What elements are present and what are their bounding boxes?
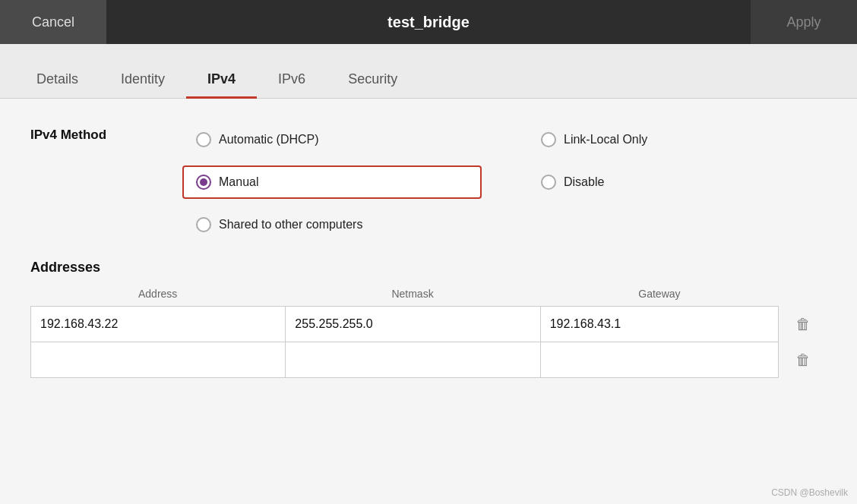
delete-row-1-button[interactable]: 🗑 — [789, 310, 817, 339]
method-manual-label: Manual — [219, 175, 258, 189]
radio-auto-dhcp — [196, 132, 211, 147]
table-row: 🗑 — [30, 342, 827, 378]
address-cell-2 — [30, 342, 285, 378]
tab-identity[interactable]: Identity — [100, 71, 186, 99]
netmask-input-1[interactable] — [286, 307, 539, 342]
table-row: 🗑 — [30, 306, 827, 342]
gateway-input-1[interactable] — [541, 307, 778, 342]
tab-ipv4[interactable]: IPv4 — [186, 71, 257, 99]
radio-link-local — [541, 132, 556, 147]
method-disable[interactable]: Disable — [527, 165, 827, 199]
method-shared-label: Shared to other computers — [219, 218, 362, 232]
method-options: Automatic (DHCP) Link-Local Only Manual … — [182, 123, 827, 241]
addresses-section: Addresses Address Netmask Gateway — [30, 260, 827, 378]
tab-security[interactable]: Security — [327, 71, 419, 99]
method-auto-dhcp[interactable]: Automatic (DHCP) — [182, 123, 482, 156]
watermark: CSDN @Boshevilk — [771, 487, 848, 498]
addresses-label: Addresses — [30, 260, 827, 276]
netmask-input-2[interactable] — [286, 342, 539, 377]
netmask-cell-2 — [285, 342, 539, 378]
col-header-netmask: Netmask — [285, 285, 539, 306]
method-shared[interactable]: Shared to other computers — [182, 208, 482, 241]
window-title: test_bridge — [106, 14, 751, 31]
apply-button[interactable]: Apply — [751, 0, 857, 44]
radio-shared — [196, 217, 211, 232]
content-area: IPv4 Method Automatic (DHCP) Link-Local … — [0, 99, 857, 504]
address-input-2[interactable] — [31, 342, 285, 377]
method-manual[interactable]: Manual — [182, 165, 482, 199]
gateway-cell-1 — [540, 306, 779, 342]
tab-ipv6[interactable]: IPv6 — [257, 71, 327, 99]
ipv4-method-label: IPv4 Method — [30, 123, 182, 143]
method-disable-label: Disable — [564, 175, 604, 189]
radio-manual — [196, 175, 211, 190]
tab-bar: Details Identity IPv4 IPv6 Security — [0, 44, 857, 99]
cancel-button[interactable]: Cancel — [0, 0, 106, 44]
ipv4-method-row: IPv4 Method Automatic (DHCP) Link-Local … — [30, 123, 827, 241]
method-auto-dhcp-label: Automatic (DHCP) — [219, 133, 319, 146]
col-header-address: Address — [30, 285, 285, 306]
gateway-cell-2 — [540, 342, 779, 378]
addresses-table: Address Netmask Gateway — [30, 285, 827, 378]
tab-details[interactable]: Details — [15, 71, 100, 99]
delete-row-2-button[interactable]: 🗑 — [789, 345, 817, 375]
address-input-1[interactable] — [31, 307, 285, 342]
col-header-action — [779, 285, 827, 306]
address-cell-1 — [30, 306, 285, 342]
method-link-local[interactable]: Link-Local Only — [527, 123, 827, 156]
col-header-gateway: Gateway — [540, 285, 779, 306]
radio-disable — [541, 175, 556, 190]
action-cell-2: 🗑 — [779, 342, 827, 378]
gateway-input-2[interactable] — [541, 342, 778, 377]
header: Cancel test_bridge Apply — [0, 0, 857, 44]
netmask-cell-1 — [285, 306, 539, 342]
method-link-local-label: Link-Local Only — [564, 133, 647, 146]
action-cell-1: 🗑 — [779, 306, 827, 342]
